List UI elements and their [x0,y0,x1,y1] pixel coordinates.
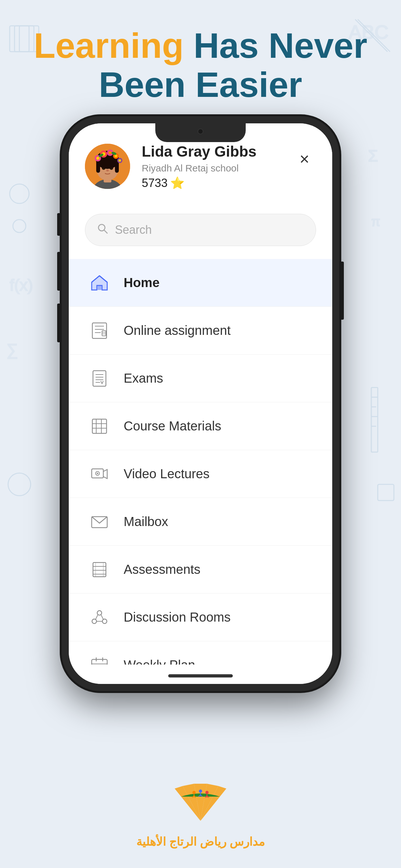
svg-point-73 [97,611,102,615]
menu-label-course: Course Materials [124,419,221,433]
menu-label-assessments: Assessments [124,562,201,577]
menu-item-exams[interactable]: Exams [69,354,332,402]
profile-info: Lida Gray Gibbs Riyadh Al Retaj school 5… [142,143,256,190]
title-learning: Learning [34,26,184,65]
logo-text: مدارس رياض الرتاج الأهلية [136,835,265,848]
svg-point-110 [205,791,209,794]
app-content: × [69,123,332,684]
search-bar[interactable]: Search [85,214,316,246]
menu-item-discussion-rooms[interactable]: Discussion Rooms [69,593,332,641]
close-button[interactable]: × [295,149,314,168]
svg-rect-53 [93,371,106,386]
assessment-icon [88,558,111,581]
svg-point-32 [96,157,99,160]
profile-section: Lida Gray Gibbs Riyadh Al Retaj school 5… [85,143,294,190]
svg-point-40 [119,159,121,162]
search-placeholder: Search [115,223,152,237]
home-indicator [168,674,233,678]
menu-list: Home Onli [69,259,332,664]
svg-point-102 [192,791,196,794]
avatar [85,144,130,189]
calendar-icon [88,654,111,665]
svg-marker-65 [97,472,99,474]
menu-label-assignment: Online assignment [124,323,230,338]
home-icon [88,272,111,294]
discussion-icon [88,606,111,629]
volume-down-button[interactable] [57,304,62,342]
title-rest: Has Never [184,26,367,65]
svg-point-106 [199,789,202,793]
svg-rect-45 [97,285,101,290]
svg-point-7 [13,220,26,232]
phone-screen: × [69,123,332,684]
profile-name: Lida Gray Gibbs [142,143,256,160]
page-title-area: Learning Has Never Been Easier [0,26,401,104]
svg-text:∑: ∑ [6,341,18,359]
svg-rect-67 [93,562,106,577]
menu-item-course-materials[interactable]: Course Materials [69,402,332,450]
menu-label-exams: Exams [124,371,163,385]
mail-icon [88,510,111,533]
menu-item-online-assignment[interactable]: Online assignment [69,307,332,354]
menu-item-mailbox[interactable]: Mailbox [69,498,332,546]
front-camera [197,128,204,134]
search-icon [97,223,109,237]
course-icon [88,415,111,438]
bottom-logo: مدارس رياض الرتاج الأهلية [136,779,265,848]
svg-point-36 [109,151,112,154]
svg-rect-58 [92,419,106,433]
svg-text:f(x): f(x) [10,276,33,294]
svg-point-6 [10,184,29,204]
svg-point-38 [115,155,118,158]
svg-rect-50 [102,331,106,336]
menu-item-weekly-plan[interactable]: Weekly Plan [69,641,332,664]
svg-rect-12 [371,388,378,452]
star-icon: ⭐ [170,176,185,190]
profile-school: Riyadh Al Retaj school [142,163,256,174]
menu-label-mailbox: Mailbox [124,515,168,529]
menu-item-home[interactable]: Home [69,259,332,307]
exams-icon [88,367,111,390]
menu-label-home: Home [124,275,159,290]
menu-label-discussion: Discussion Rooms [124,610,230,624]
menu-item-assessments[interactable]: Assessments [69,546,332,593]
svg-point-18 [8,473,31,496]
svg-line-77 [101,615,103,619]
menu-label-weekly: Weekly Plan [124,658,195,664]
svg-point-27 [106,169,109,172]
svg-line-76 [96,615,98,619]
svg-text:π: π [371,214,380,228]
phone-device: × [62,116,339,691]
svg-line-44 [104,230,107,233]
svg-point-74 [92,619,96,624]
profile-points: 5733 ⭐ [142,176,256,190]
svg-point-75 [102,619,107,624]
volume-mute-button[interactable] [57,213,62,236]
power-button[interactable] [339,261,344,320]
volume-up-button[interactable] [57,252,62,290]
svg-rect-17 [378,485,394,500]
title-line2: Been Easier [0,65,401,104]
menu-label-video: Video Lectures [124,467,210,481]
phone-notch [155,123,246,142]
assignment-icon [88,319,111,342]
svg-text:Σ: Σ [368,147,378,165]
menu-item-video-lectures[interactable]: Video Lectures [69,450,332,498]
video-icon [88,463,111,485]
